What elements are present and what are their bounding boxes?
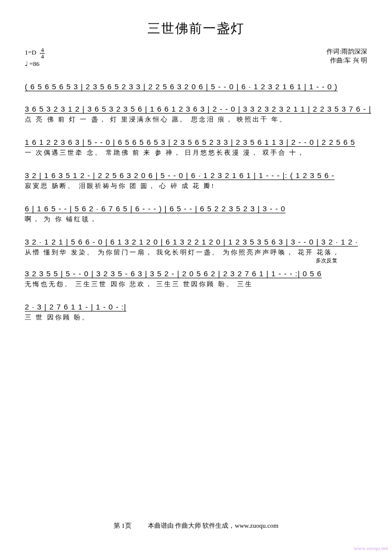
meta-left: 1=D 4 4 ♩ =86 [25,47,45,68]
score-line: 2 · 3 | 2 7 6 1 1 - | 1 - 0 - :| [25,303,367,311]
meta-row: 1=D 4 4 ♩ =86 作词:雨韵深深 作曲:车 兴 明 [25,47,367,68]
score-line: 3 2 · 1 2 1 | 5 6 6 - 0 | 6 1 3 2 1 2 0 … [25,238,367,246]
lyrics-line: 从懵 懂到华 发染。 为你留门一扇， 我化长明灯一盏。 为你照亮声声呼唤， 花开… [25,248,367,257]
score-page: 三世佛前一盏灯 1=D 4 4 ♩ =86 作词:雨韵深深 作曲:车 兴 明 (… [0,0,392,322]
meta-right: 作词:雨韵深深 作曲:车 兴 明 [327,47,367,68]
lyrics-line: 三 世 因你顾 盼。 [25,313,367,322]
score-line: 1 6 1 2 2 3 6 3 | 5 - - 0 | 6 5 6 5 6 5 … [25,138,367,146]
lyrics-line: 寂寞思 肠断。 泪眼祈祷与你 团 圆， 心 碎 成 花 瓣! [25,182,367,190]
lyrics-line: 一 次偶遇三世牵 念。 常跪佛 前 来 参 禅， 日月悠悠长夜漫 漫， 双手合 … [25,148,367,157]
timesig-bot: 4 [40,54,45,60]
score-line: 3 2 | 1 6 3 5 1 2 - | 2 2 5 6 3 2 0 6 | … [25,171,367,180]
watermark: www.zuoqu.net [354,545,388,551]
lyrics-line: 点 亮 佛 前 灯 一 盏， 灯 里浸满永恒心 愿。 思念泪 痕， 映照出千 年… [25,115,367,124]
page-number: 第 1页 [114,522,131,529]
lyricist-credit: 作词:雨韵深深 [327,48,367,55]
intro-notation: ( 6 5 6 5 6 5 3 | 2 3 5 6 5 2 3 3 | 2 2 … [25,82,367,91]
page-footer: 第 1页 本曲谱由 作曲大师 软件生成，www.zuoqu.com [0,521,392,530]
repeat-annotation: 多次反复 [25,257,367,264]
score-line: 3 6 5 3 2 3 1 2 | 3 6 5 3 2 3 5 6 | 1 6 … [25,105,367,113]
score-line: 6 | 1 6 5 - - | 5 6 2 · 6 7 6 5 | 6 - - … [25,204,367,213]
song-title: 三世佛前一盏灯 [25,20,367,37]
score-line: 3 2 3 5 5 | 5 - - 0 | 3 2 3 5 - 6 3 | 3 … [25,269,367,278]
composer-credit: 作曲:车 兴 明 [330,57,367,64]
lyrics-line: 啊， 为 你 铺红毯， [25,215,367,224]
lyrics-line: 无悔也无怨。 三生三世 因你 悲欢， 三生三 世因你顾 盼。 三生 [25,280,367,289]
generator-note: 本曲谱由 作曲大师 软件生成，www.zuoqu.com [148,522,278,529]
tempo-mark: ♩ =86 [25,60,40,67]
key-signature: 1=D [25,49,36,56]
